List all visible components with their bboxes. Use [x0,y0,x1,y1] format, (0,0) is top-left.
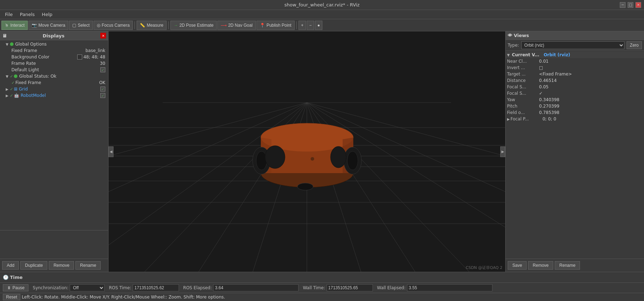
invert-row[interactable]: Invert ... □ [506,64,644,71]
close-btn[interactable]: ✕ [635,2,641,8]
views-zero-button[interactable]: Zero [627,41,642,49]
focus-camera-button[interactable]: ◎ Focus Camera [94,21,133,30]
2d-pose-icon: → [174,23,178,28]
rename-view-button[interactable]: Rename [555,261,580,270]
main-layout: 🖥 Displays ✕ ▼ Global Options Fixed Fram… [0,31,644,272]
global-status-dot [14,74,17,78]
ros-elapsed-field: ROS Elapsed: [183,284,299,291]
add-display-button[interactable]: Add [2,261,19,270]
robotmodel-checkbox: ✓ [100,93,107,98]
focal-s1-row[interactable]: Focal S... 0.05 [506,84,644,90]
publish-point-button[interactable]: 📍 Publish Point [257,21,295,30]
remove-axis-button[interactable]: − [307,21,314,30]
global-status-row[interactable]: ▼ ✓ Global Status: Ok [0,73,108,79]
remove-view-button[interactable]: Remove [528,261,553,270]
sync-label: Synchronization: [33,285,68,290]
grid-check: ✓ [10,87,13,92]
background-color-value: 48; 48; 48 [77,55,107,60]
2d-nav-icon: ⟶ [221,23,227,28]
current-view-header[interactable]: ▼ Current V... Orbit (rviz) [506,52,644,58]
sync-select[interactable]: Off Exact Approximate [70,284,105,291]
focal-s2-label: Focal S... [507,91,539,96]
duplicate-display-button[interactable]: Duplicate [20,261,47,270]
views-type-select[interactable]: Orbit (rviz) [521,41,625,49]
focal-s2-row[interactable]: Focal S... ✓ [506,90,644,97]
color-swatch [77,55,82,59]
menu-panels[interactable]: Panels [16,11,38,18]
left-collapse-handle[interactable]: ◀ [109,146,114,157]
measure-icon: 📏 [140,23,145,28]
maximize-btn[interactable]: □ [628,2,633,8]
remove-display-button[interactable]: Remove [49,261,74,270]
rename-display-button[interactable]: Rename [75,261,101,270]
default-light-row[interactable]: Default Light ✓ [0,67,108,73]
toolbar-sep3 [296,21,297,29]
svg-point-34 [265,146,285,168]
2d-nav-button[interactable]: ⟶ 2D Nav Goal [217,21,256,30]
default-light-checkbox[interactable]: ✓ [100,67,105,72]
robotmodel-icon: 🤖 [14,93,19,98]
interact-button[interactable]: 🖱 Interact [1,21,28,30]
help-bar: Reset Left-Click: Rotate. Middle-Click: … [0,293,644,301]
time-icon: 🕐 [3,275,9,280]
focal-p-row[interactable]: ▶ Focal P... 0; 0; 0 [506,116,644,122]
frame-rate-value: 30 [100,61,107,66]
grid-enable-checkbox[interactable]: ✓ [100,87,105,92]
near-clip-row[interactable]: Near Cl... 0.01 [506,58,644,64]
pitch-row[interactable]: Pitch 0.270399 [506,103,644,109]
right-collapse-handle[interactable]: ▶ [500,146,505,157]
default-light-label: Default Light [11,67,39,72]
status-fixed-frame-row[interactable]: ✓ Fixed Frame OK [0,79,108,86]
add-axis-button[interactable]: + [299,21,306,30]
menu-help[interactable]: Help [38,11,56,18]
fixed-frame-row[interactable]: Fixed Frame base_link [0,47,108,54]
save-view-button[interactable]: Save [508,261,527,270]
minimize-btn[interactable]: ─ [620,2,625,8]
distance-label: Distance [507,78,539,83]
displays-panel: 🖥 Displays ✕ ▼ Global Options Fixed Fram… [0,31,109,272]
svg-point-35 [331,146,346,168]
field-value: 0.785398 [539,110,559,115]
ros-time-field: ROS Time: [109,284,179,291]
pitch-value: 0.270399 [539,104,559,109]
svg-point-32 [297,183,313,190]
viewport-scene: CSDN @证菲QAQ 2 [109,31,505,272]
wall-time-input[interactable] [327,284,373,291]
robotmodel-check: ✓ [10,93,13,98]
invert-label: Invert ... [507,65,539,70]
menu-file[interactable]: File [1,11,16,18]
settings-button[interactable]: ● [315,21,322,30]
target-row[interactable]: Target ... <Fixed Frame> [506,71,644,77]
robotmodel-row[interactable]: ▶ ✓ 🤖 RobotModel ✓ [0,92,108,99]
global-status-label: Global Status: Ok [19,74,57,79]
wall-elapsed-input[interactable] [407,284,492,291]
focal-s1-label: Focal S... [507,84,539,89]
grid-arrow: ▶ [6,87,9,91]
displays-close-button[interactable]: ✕ [100,33,106,38]
select-button[interactable]: ▢ Select [69,21,93,30]
views-buttons: Save Remove Rename [506,259,644,272]
3d-viewport[interactable]: CSDN @证菲QAQ 2 [109,31,505,272]
ros-time-input[interactable] [133,284,179,291]
focal-p-arrow: ▶ [507,117,510,121]
robotmodel-enable-checkbox[interactable]: ✓ [100,93,105,98]
frame-rate-row[interactable]: Frame Rate 30 [0,60,108,67]
yaw-row[interactable]: Yaw 0.340398 [506,97,644,103]
views-panel: 👁 Views Type: Orbit (rviz) Zero ▼ Curren… [505,31,644,272]
move-camera-icon: 📷 [32,23,37,28]
pause-button[interactable]: ⏸ Pause [3,284,28,291]
near-clip-value: 0.01 [539,59,549,64]
ros-elapsed-input[interactable] [213,284,299,291]
ros-elapsed-label: ROS Elapsed: [183,285,212,290]
reset-button[interactable]: Reset [3,294,20,300]
target-label: Target ... [507,72,539,77]
distance-row[interactable]: Distance 0.46514 [506,77,644,84]
measure-button[interactable]: 📏 Measure [137,21,167,30]
background-color-row[interactable]: Background Color 48; 48; 48 [0,54,108,60]
move-camera-button[interactable]: 📷 Move Camera [28,21,68,30]
field-row[interactable]: Field o... 0.785398 [506,109,644,116]
grid-row[interactable]: ▶ ✓ ⊞ Grid ✓ [0,86,108,92]
fixed-frame-label: Fixed Frame [11,48,37,53]
global-options-row[interactable]: ▼ Global Options [0,41,108,47]
2d-pose-button[interactable]: → 2D Pose Estimate [170,21,217,30]
